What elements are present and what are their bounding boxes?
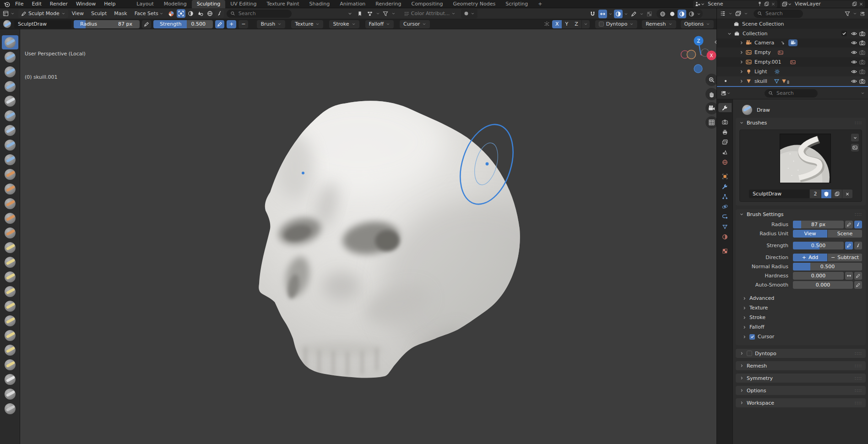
outliner-properties-divider[interactable] [717, 86, 868, 87]
snap-icon[interactable] [598, 10, 607, 18]
tab-output[interactable] [718, 127, 732, 136]
tab-object-data[interactable] [718, 222, 732, 231]
outliner-row-collection[interactable]: Collection [717, 29, 868, 38]
viewport-3d[interactable]: Z X User Perspective (Local) (0) skuill.… [20, 29, 716, 444]
menu-render[interactable]: Render [46, 1, 72, 7]
brush-preview-box[interactable]: SculptDraw 2 [739, 130, 862, 202]
select-box-icon[interactable] [177, 9, 185, 18]
outliner-search-input[interactable] [765, 10, 792, 17]
tool-slide-relax[interactable] [2, 343, 18, 357]
options-dropdown[interactable]: Options [681, 20, 714, 28]
properties-search-input[interactable] [776, 90, 805, 97]
expand-icon[interactable] [739, 79, 744, 84]
tool-elastic-deform[interactable] [2, 255, 18, 269]
brush-name-input[interactable]: SculptDraw [749, 190, 809, 198]
panel-drag-grip[interactable]: :::: [855, 376, 862, 380]
clean-brush-icon[interactable] [215, 9, 224, 18]
subsection-texture[interactable]: Texture [736, 303, 866, 313]
falloff-sphere-icon[interactable] [186, 9, 195, 18]
shading-solid-icon[interactable] [668, 10, 677, 18]
radius-pressure-icon[interactable] [142, 20, 151, 28]
auto-smooth-slider[interactable]: 0.000 [793, 281, 853, 289]
direction-subtract-button[interactable]: −Subtract [828, 254, 862, 261]
menu-help[interactable]: Help [100, 1, 119, 7]
outliner-editor-icon[interactable] [720, 11, 726, 16]
symmetry-dropdown-icon[interactable] [582, 20, 590, 28]
properties-search[interactable] [765, 89, 818, 97]
subsection-cursor[interactable]: Cursor [736, 332, 866, 341]
world-space-icon[interactable] [206, 9, 214, 18]
strength-pressure-icon[interactable] [215, 20, 224, 28]
mode-selector[interactable]: Sculpt Mode [18, 9, 68, 18]
menu-window[interactable]: Window [72, 1, 100, 7]
tab-particles[interactable] [718, 192, 732, 201]
outliner-row-skuill[interactable]: skuill 8 [717, 76, 868, 86]
render-visibility-icon[interactable] [858, 49, 866, 55]
viewport-search-input[interactable] [238, 10, 279, 17]
tab-modifiers[interactable] [718, 182, 732, 191]
add-workspace-button[interactable]: + [533, 0, 547, 8]
tab-tool[interactable] [718, 103, 732, 112]
editor-type-button[interactable] [0, 9, 17, 18]
brush-name-field[interactable]: SculptDraw [14, 20, 71, 28]
tab-scene[interactable] [718, 147, 732, 157]
brush-fake-user-button[interactable] [821, 190, 831, 198]
render-visibility-icon[interactable] [858, 40, 866, 46]
active-brush-icon[interactable] [2, 20, 12, 28]
panel-drag-grip[interactable]: :::: [855, 120, 862, 125]
bookmark-icon[interactable] [356, 9, 364, 18]
zoom-button[interactable] [705, 74, 716, 86]
outliner-search[interactable] [754, 10, 803, 18]
outliner-row-empty-001[interactable]: Empty.001 [717, 57, 868, 67]
render-visibility-icon[interactable] [858, 59, 866, 65]
radius-unit-scene-button[interactable]: Scene [828, 230, 862, 238]
tab-object[interactable] [718, 172, 732, 181]
outliner-row-scene-collection[interactable]: Scene Collection [717, 19, 868, 29]
brush-thumbnail-icon[interactable] [851, 144, 859, 152]
brush-select-chevron[interactable] [851, 134, 859, 141]
hide-eye-icon[interactable] [850, 69, 858, 75]
remesh-dropdown[interactable]: Remesh [642, 20, 676, 28]
paint-droplet-icon[interactable] [196, 9, 205, 18]
collection-checkbox[interactable] [841, 31, 847, 36]
tool-nudge[interactable] [2, 314, 18, 328]
panel-drag-grip[interactable]: :::: [855, 388, 862, 393]
expand-icon[interactable] [739, 40, 744, 45]
tool-clay[interactable] [2, 65, 18, 79]
panel-symmetry[interactable]: Symmetry:::: [736, 374, 866, 383]
tab-uv-editing[interactable]: UV Editing [225, 0, 261, 8]
tab-geometry-nodes[interactable]: Geometry Nodes [448, 0, 500, 8]
remove-viewlayer-icon[interactable] [859, 2, 863, 6]
tool-mask[interactable] [2, 401, 18, 416]
direction-subtract-toggle[interactable]: − [239, 20, 248, 28]
strength-slider[interactable]: Strength 0.500 [153, 20, 213, 28]
viewport-search[interactable] [227, 10, 292, 18]
tab-animation[interactable]: Animation [335, 0, 370, 8]
radius-slider[interactable]: Radius 87 px [74, 20, 140, 28]
tool-scrape[interactable] [2, 196, 18, 211]
radius-slider[interactable]: 87 px [793, 221, 844, 228]
tool-clay-thumb[interactable] [2, 94, 18, 108]
menu-face-sets[interactable]: Face Sets [131, 11, 159, 16]
tool-smooth[interactable] [2, 167, 18, 181]
brush-user-count[interactable]: 2 [810, 190, 821, 198]
render-pass-icon[interactable] [645, 10, 654, 18]
outliner-row-light[interactable]: Light [717, 67, 868, 76]
render-visibility-icon[interactable] [858, 31, 866, 37]
tab-world[interactable] [718, 157, 732, 167]
subsection-stroke[interactable]: Stroke [736, 313, 866, 322]
falloff-dropdown[interactable]: Falloff [365, 20, 394, 28]
node-tree-icon[interactable] [366, 9, 374, 18]
radius-unit-view-button[interactable]: View [793, 230, 827, 238]
outliner-filter-icon[interactable] [845, 11, 850, 16]
unified-radius-icon[interactable] [854, 221, 862, 228]
tab-compositing[interactable]: Compositing [407, 0, 448, 8]
strength-slider[interactable]: 0.500 [793, 242, 844, 249]
direction-add-button[interactable]: +Add [793, 254, 827, 261]
new-viewlayer-icon[interactable] [852, 1, 857, 6]
cursor-checkbox[interactable] [749, 334, 755, 340]
tool-draw[interactable] [2, 35, 18, 49]
tool-snake-hook[interactable] [2, 270, 18, 284]
pan-hand-button[interactable] [705, 88, 716, 100]
shading-dropdown-icon[interactable] [346, 9, 354, 18]
